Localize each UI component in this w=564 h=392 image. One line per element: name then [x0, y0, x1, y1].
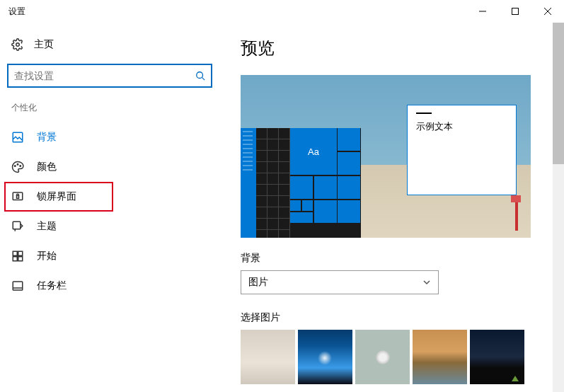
svg-rect-15: [18, 251, 23, 255]
sidebar-item-colors[interactable]: 颜色: [0, 152, 219, 182]
picture-thumbnail-1[interactable]: [241, 330, 295, 384]
svg-rect-18: [13, 282, 23, 290]
picture-thumbnail-2[interactable]: [298, 330, 352, 384]
dropdown-value: 图片: [248, 276, 422, 289]
preview-heading: 预览: [241, 37, 543, 59]
home-label: 主页: [34, 38, 54, 51]
background-dropdown[interactable]: 图片: [241, 270, 439, 294]
sidebar-item-label: 锁屏界面: [37, 190, 76, 203]
choose-picture-label: 选择图片: [241, 311, 543, 324]
picture-icon: [11, 131, 24, 144]
sidebar-item-lockscreen[interactable]: 锁屏界面: [4, 182, 113, 212]
svg-point-9: [17, 164, 18, 166]
palette-icon: [11, 161, 24, 173]
search-input[interactable]: [14, 70, 195, 81]
close-button[interactable]: [531, 0, 564, 23]
svg-point-8: [15, 166, 16, 167]
taskbar-icon: [11, 279, 24, 292]
sidebar-item-label: 任务栏: [37, 279, 67, 292]
lockscreen-icon: [11, 190, 24, 203]
preview-notification: 示例文本: [407, 105, 517, 195]
sidebar-item-label: 颜色: [37, 161, 57, 173]
scrollbar[interactable]: [553, 23, 564, 392]
svg-point-10: [20, 166, 21, 167]
svg-rect-1: [512, 8, 519, 15]
minimize-button[interactable]: [466, 0, 499, 23]
sidebar-item-label: 背景: [37, 131, 57, 144]
sidebar-item-background[interactable]: 背景: [0, 122, 219, 152]
home-button[interactable]: 主页: [0, 31, 219, 58]
category-label: 个性化: [0, 102, 219, 122]
sidebar-item-taskbar[interactable]: 任务栏: [0, 271, 219, 301]
search-icon: [195, 71, 205, 81]
svg-rect-12: [17, 196, 19, 199]
svg-point-4: [16, 43, 20, 47]
svg-rect-16: [13, 257, 17, 261]
preview-tile-aa: Aa: [290, 128, 337, 175]
window-title: 设置: [8, 6, 25, 18]
maximize-button[interactable]: [499, 0, 531, 23]
svg-rect-14: [13, 251, 17, 255]
svg-point-5: [197, 72, 203, 79]
search-input-container[interactable]: [7, 64, 212, 88]
gear-icon: [11, 38, 24, 51]
picture-thumbnail-3[interactable]: [355, 330, 410, 384]
picture-thumbnail-5[interactable]: [470, 330, 524, 384]
svg-rect-13: [13, 221, 21, 229]
desktop-preview: Aa 示例文本: [241, 75, 531, 238]
start-icon: [11, 250, 24, 263]
sidebar-item-themes[interactable]: 主题: [0, 212, 219, 241]
background-label: 背景: [241, 252, 543, 265]
sidebar-item-label: 主题: [37, 220, 57, 233]
scrollbar-thumb[interactable]: [553, 23, 564, 164]
theme-icon: [11, 220, 24, 233]
chevron-down-icon: [422, 278, 431, 287]
sample-text: 示例文本: [416, 121, 453, 132]
sidebar-item-label: 开始: [37, 250, 57, 263]
svg-rect-17: [18, 257, 23, 261]
svg-line-6: [202, 78, 205, 81]
picture-thumbnail-4[interactable]: [413, 330, 467, 384]
sidebar-item-start[interactable]: 开始: [0, 241, 219, 271]
